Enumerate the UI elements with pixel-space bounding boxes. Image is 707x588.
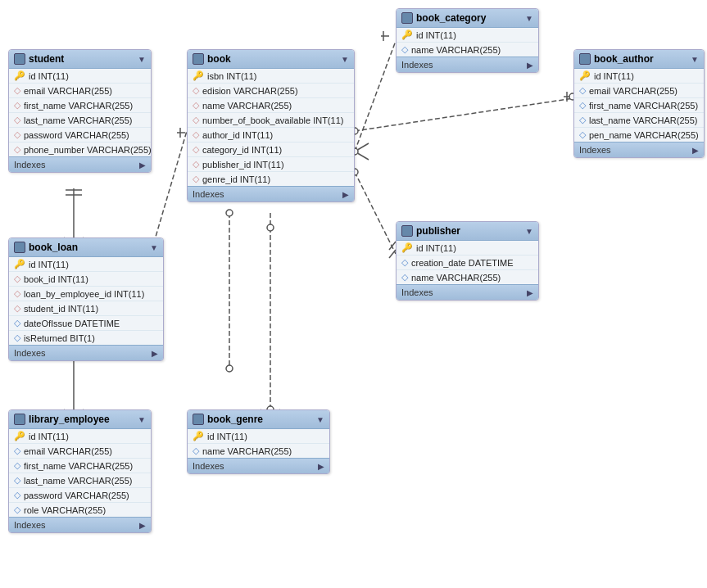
indexes-label: Indexes: [579, 145, 611, 155]
table-body-book-loan: 🔑id INT(11) ◇book_id INT(11) ◇loan_by_em…: [9, 257, 163, 345]
table-book-category[interactable]: book_category ▼ 🔑id INT(11) ◇name VARCHA…: [396, 8, 539, 73]
table-footer-student[interactable]: Indexes ▶: [9, 156, 151, 172]
table-row: 🔑id INT(11): [9, 429, 151, 444]
table-row: 🔑id INT(11): [574, 69, 704, 84]
table-header-library-employee: library_employee ▼: [9, 410, 151, 429]
diamond-icon: ◇: [193, 159, 199, 170]
diamond-icon: ◇: [14, 129, 20, 140]
dropdown-library-employee[interactable]: ▼: [138, 415, 146, 424]
diamond-icon: ◇: [193, 446, 199, 456]
table-book[interactable]: book ▼ 🔑isbn INT(11) ◇edision VARCHAR(25…: [187, 49, 355, 202]
table-header-book: book ▼: [188, 50, 354, 69]
diamond-icon: ◇: [193, 115, 199, 125]
table-footer-book-loan[interactable]: Indexes ▶: [9, 345, 163, 360]
table-name-book-loan: book_loan: [29, 242, 78, 253]
table-icon-library-employee: [14, 414, 25, 425]
table-book-author[interactable]: book_author ▼ 🔑id INT(11) ◇email VARCHAR…: [573, 49, 705, 158]
table-footer-book[interactable]: Indexes ▶: [188, 186, 354, 201]
indexes-label: Indexes: [14, 160, 46, 170]
table-publisher[interactable]: publisher ▼ 🔑id INT(11) ◇creation_date D…: [396, 221, 539, 301]
table-row: ◇phone_number VARCHAR(255): [9, 142, 151, 156]
svg-line-13: [389, 242, 396, 250]
footer-arrow: ▶: [342, 190, 349, 199]
table-footer-book-genre[interactable]: Indexes ▶: [188, 458, 329, 473]
table-body-library-employee: 🔑id INT(11) ◇email VARCHAR(255) ◇first_n…: [9, 429, 151, 517]
field-text: id INT(11): [207, 432, 247, 441]
svg-line-11: [355, 172, 396, 254]
table-header-student: student ▼: [9, 50, 151, 69]
table-footer-publisher[interactable]: Indexes ▶: [397, 284, 538, 300]
dropdown-book-author[interactable]: ▼: [691, 55, 699, 64]
field-text: name VARCHAR(255): [202, 446, 292, 456]
field-text: isbn INT(11): [207, 71, 257, 81]
field-text: genre_id INT(11): [202, 174, 270, 184]
table-book-genre[interactable]: book_genre ▼ 🔑id INT(11) ◇name VARCHAR(2…: [187, 409, 330, 474]
field-text: name VARCHAR(255): [202, 101, 292, 111]
table-row: 🔑id INT(11): [9, 257, 163, 272]
table-row: 🔑id INT(11): [397, 28, 538, 43]
svg-point-16: [267, 224, 274, 231]
table-book-loan[interactable]: book_loan ▼ 🔑id INT(11) ◇book_id INT(11)…: [8, 237, 164, 361]
diamond-icon: ◇: [14, 274, 20, 284]
footer-arrow: ▶: [527, 61, 533, 70]
table-body-book-category: 🔑id INT(11) ◇name VARCHAR(255): [397, 28, 538, 57]
table-footer-book-author[interactable]: Indexes ▶: [574, 142, 704, 157]
table-icon-student: [14, 53, 25, 65]
key-icon: 🔑: [14, 431, 25, 441]
table-library-employee[interactable]: library_employee ▼ 🔑id INT(11) ◇email VA…: [8, 409, 152, 533]
field-text: number_of_book_available INT(11): [202, 115, 343, 125]
table-header-book-loan: book_loan ▼: [9, 238, 163, 257]
field-text: id INT(11): [29, 71, 69, 81]
field-text: role VARCHAR(255): [24, 505, 106, 515]
field-text: author_id INT(11): [202, 130, 273, 140]
table-icon-publisher: [401, 225, 413, 237]
diamond-icon: ◇: [14, 504, 20, 515]
table-footer-library-employee[interactable]: Indexes ▶: [9, 517, 151, 532]
table-header-book-genre: book_genre ▼: [188, 410, 329, 429]
table-row: ◇edision VARCHAR(255): [188, 84, 354, 98]
diamond-icon: ◇: [401, 272, 408, 283]
diamond-icon: ◇: [14, 144, 20, 155]
field-text: student_id INT(11): [24, 304, 98, 314]
indexes-label: Indexes: [14, 348, 46, 358]
diamond-icon: ◇: [401, 44, 408, 55]
dropdown-book-genre[interactable]: ▼: [316, 415, 324, 424]
diamond-icon: ◇: [579, 129, 586, 140]
diamond-icon: ◇: [14, 332, 20, 343]
diamond-icon: ◇: [401, 257, 408, 268]
table-row: ◇role VARCHAR(255): [9, 503, 151, 517]
dropdown-book[interactable]: ▼: [341, 55, 349, 64]
svg-line-1: [355, 143, 369, 152]
svg-line-0: [355, 41, 396, 152]
key-icon: 🔑: [401, 242, 413, 253]
field-text: id INT(11): [29, 260, 69, 269]
table-row: ◇isReturned BIT(1): [9, 331, 163, 345]
field-text: first_name VARCHAR(255): [589, 101, 698, 111]
table-row: ◇last_name VARCHAR(255): [574, 113, 704, 128]
field-text: name VARCHAR(255): [411, 273, 501, 283]
table-body-publisher: 🔑id INT(11) ◇creation_date DATETIME ◇nam…: [397, 241, 538, 284]
field-text: creation_date DATETIME: [411, 258, 514, 268]
footer-arrow: ▶: [139, 161, 146, 170]
field-text: first_name VARCHAR(255): [24, 461, 133, 471]
table-body-student: 🔑id INT(11) ◇email VARCHAR(255) ◇first_n…: [9, 69, 151, 156]
table-header-publisher: publisher ▼: [397, 222, 538, 241]
dropdown-book-category[interactable]: ▼: [525, 14, 533, 23]
table-row: ◇email VARCHAR(255): [9, 444, 151, 459]
dropdown-publisher[interactable]: ▼: [525, 227, 533, 236]
field-text: category_id INT(11): [202, 145, 282, 155]
dropdown-student[interactable]: ▼: [138, 55, 146, 64]
dropdown-book-loan[interactable]: ▼: [150, 243, 158, 252]
table-student[interactable]: student ▼ 🔑id INT(11) ◇email VARCHAR(255…: [8, 49, 152, 173]
field-text: id INT(11): [29, 432, 69, 441]
field-text: dateOfIssue DATETIME: [24, 319, 120, 328]
indexes-label: Indexes: [401, 287, 433, 297]
table-row: 🔑id INT(11): [188, 429, 329, 444]
field-text: first_name VARCHAR(255): [24, 101, 133, 111]
table-footer-book-category[interactable]: Indexes ▶: [397, 57, 538, 72]
field-text: book_id INT(11): [24, 274, 88, 284]
table-header-book-category: book_category ▼: [397, 9, 538, 28]
table-row: ◇first_name VARCHAR(255): [574, 98, 704, 113]
diamond-icon: ◇: [14, 85, 20, 96]
erd-canvas: student ▼ 🔑id INT(11) ◇email VARCHAR(255…: [0, 0, 707, 588]
